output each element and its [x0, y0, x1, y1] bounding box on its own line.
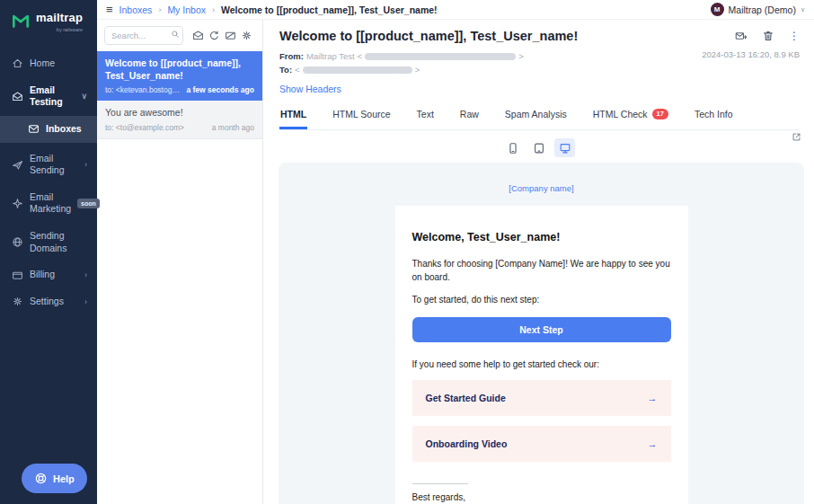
- sidebar-item-label: Email Marketing: [30, 191, 71, 216]
- avatar: M: [711, 3, 724, 16]
- device-preview-switcher: [263, 130, 814, 157]
- chevron-right-icon: ›: [84, 160, 90, 169]
- hamburger-icon[interactable]: ≡: [106, 4, 113, 15]
- email-body-card: Welcome, Test_User_name! Thanks for choo…: [395, 206, 688, 504]
- breadcrumb-my-inbox[interactable]: My Inbox: [167, 4, 206, 15]
- logo-tagline: by railsware: [36, 27, 83, 32]
- onboarding-video-link[interactable]: Onboarding Video →: [412, 426, 671, 462]
- message-header: Welcome to [[product_name]], Test_User_n…: [263, 20, 814, 96]
- forward-email-icon[interactable]: [735, 30, 748, 42]
- globe-icon: [12, 236, 23, 248]
- sidebar-item-label: Email Sending: [30, 153, 78, 177]
- from-name: Mailtrap Test: [306, 51, 355, 61]
- sidebar-item-email-testing[interactable]: Email Testing ∨: [0, 77, 97, 116]
- email-heading: Welcome, Test_User_name!: [412, 231, 671, 243]
- preview-toolbar: [263, 130, 814, 161]
- show-headers-link[interactable]: Show Headers: [279, 84, 341, 94]
- tab-html-source[interactable]: HTML Source: [332, 102, 391, 129]
- angle-close: >: [415, 65, 420, 75]
- company-name-link[interactable]: [Company name]: [279, 163, 804, 193]
- regards-text: Best regards,: [412, 492, 671, 502]
- mailtrap-logo[interactable]: mailtrap by railsware: [0, 0, 97, 43]
- refresh-icon[interactable]: [208, 30, 220, 41]
- chevron-down-icon: ∨: [81, 92, 90, 101]
- message-subject: Welcome to [[product_name]], Test_User_n…: [105, 57, 254, 82]
- message-time: a few seconds ago: [186, 85, 254, 94]
- open-in-new-window-icon[interactable]: [792, 132, 801, 142]
- mobile-preview-button[interactable]: [502, 138, 523, 157]
- message-tabs: HTML HTML Source Text Raw Spam Analysis …: [279, 102, 800, 130]
- arrow-right-icon: →: [648, 393, 658, 403]
- gear-icon: [12, 296, 23, 307]
- email-paragraph: If you need some help to get started che…: [412, 358, 671, 371]
- redacted-to-address: [303, 66, 412, 74]
- search-box: [104, 26, 183, 45]
- sidebar-item-sending-domains[interactable]: Sending Domains: [0, 223, 97, 261]
- sparkle-icon: [12, 198, 23, 209]
- tab-text[interactable]: Text: [416, 102, 435, 129]
- sidebar-item-home[interactable]: Home: [0, 50, 97, 77]
- desktop-preview-button[interactable]: [554, 138, 575, 157]
- get-started-guide-link[interactable]: Get Started Guide →: [412, 380, 671, 416]
- sidebar-item-label: Settings: [30, 296, 64, 308]
- tab-html[interactable]: HTML: [279, 102, 307, 129]
- next-step-button[interactable]: Next Step: [412, 317, 671, 342]
- arrow-right-icon: →: [648, 438, 658, 449]
- envelope-open-icon[interactable]: [192, 30, 204, 41]
- sidebar-item-billing[interactable]: Billing ›: [0, 261, 97, 288]
- message-title: Welcome to [[product_name]], Test_User_n…: [279, 29, 800, 43]
- link-label: Onboarding Video: [426, 438, 508, 449]
- message-time: a month ago: [212, 123, 254, 132]
- tab-raw[interactable]: Raw: [459, 102, 480, 129]
- chevron-down-icon: ∨: [801, 6, 805, 13]
- sidebar-item-settings[interactable]: Settings ›: [0, 288, 97, 315]
- search-icon: [171, 30, 180, 39]
- breadcrumb-current: Welcome to [[product_name]], Test_User_n…: [221, 4, 438, 15]
- sidebar-item-inboxes[interactable]: Inboxes: [0, 116, 97, 143]
- email-paragraph: Thanks for choosing [Company Name]! We a…: [412, 257, 671, 284]
- credit-card-icon: [12, 270, 23, 281]
- message-list-item-selected[interactable]: Welcome to [[product_name]], Test_User_n…: [97, 51, 262, 101]
- home-icon: [12, 57, 23, 69]
- list-toolbar: [97, 20, 262, 51]
- trash-icon[interactable]: [762, 30, 774, 42]
- message-subject: You are awesome!: [105, 107, 254, 119]
- angle-open: <: [358, 51, 363, 61]
- to-label: To:: [279, 65, 292, 75]
- tab-tech-info[interactable]: Tech Info: [694, 102, 734, 129]
- email-testing-icon: [12, 91, 23, 102]
- angle-close: >: [518, 51, 524, 61]
- sidebar-item-label: Home: [30, 57, 55, 70]
- mailtrap-logo-icon: [11, 11, 31, 31]
- sidebar-item-label: Sending Domains: [30, 230, 90, 254]
- tab-html-check[interactable]: HTML Check17: [592, 102, 669, 129]
- link-label: Get Started Guide: [426, 393, 506, 403]
- redacted-from-address: [365, 53, 516, 60]
- breadcrumb-inboxes[interactable]: Inboxes: [119, 4, 153, 15]
- tab-spam-analysis[interactable]: Spam Analysis: [504, 102, 568, 129]
- help-button[interactable]: Help: [22, 464, 87, 493]
- message-list-panel: Welcome to [[product_name]], Test_User_n…: [97, 20, 263, 504]
- from-label: From:: [279, 51, 304, 61]
- sidebar-item-email-marketing[interactable]: Email Marketing soon: [0, 184, 97, 223]
- breadcrumb-separator-icon: ›: [212, 5, 215, 14]
- list-settings-gear-icon[interactable]: [241, 30, 252, 41]
- account-menu[interactable]: M Mailtrap (Demo) ∨: [711, 3, 805, 16]
- clear-inbox-icon[interactable]: [225, 30, 236, 41]
- kebab-menu-icon[interactable]: ⋮: [789, 30, 800, 42]
- chevron-right-icon: ›: [84, 297, 90, 306]
- email-preview: [Company name] Welcome, Test_User_name! …: [279, 163, 804, 504]
- html-check-count-badge: 17: [652, 109, 668, 119]
- inbox-icon: [28, 123, 40, 135]
- sidebar-item-email-sending[interactable]: Email Sending ›: [0, 146, 97, 184]
- logo-name: mailtrap: [36, 11, 83, 24]
- topbar: ≡ Inboxes › My Inbox › Welcome to [[prod…: [97, 0, 814, 20]
- help-label: Help: [53, 473, 75, 484]
- sidebar-item-label: Billing: [30, 269, 55, 281]
- message-to: to: <ketevan.bostoganashvili@rail...: [105, 85, 182, 94]
- signature-divider: [412, 483, 468, 484]
- tablet-preview-button[interactable]: [528, 138, 549, 157]
- message-list-item[interactable]: You are awesome! to: <to@example.com> a …: [97, 101, 262, 139]
- list-tools: [190, 30, 255, 41]
- breadcrumb-separator-icon: ›: [158, 5, 161, 14]
